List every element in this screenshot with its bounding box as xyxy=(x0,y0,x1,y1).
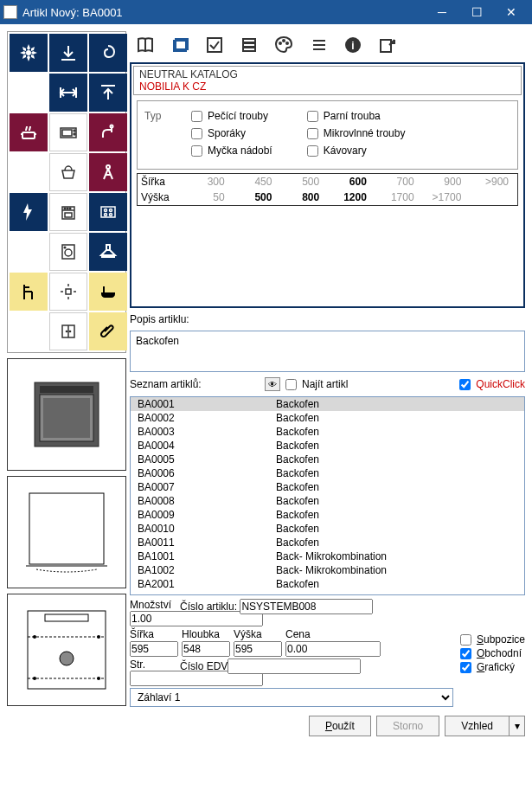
svg-rect-12 xyxy=(62,130,72,136)
type-checkbox[interactable] xyxy=(191,145,202,157)
maximize-button[interactable]: ☐ xyxy=(459,0,494,24)
info-icon[interactable]: i xyxy=(343,35,363,55)
cat-basket-icon[interactable] xyxy=(49,153,87,191)
type-checkbox[interactable] xyxy=(307,111,318,122)
stack-icon[interactable] xyxy=(239,35,260,55)
palette-icon[interactable] xyxy=(273,35,294,55)
dim-value[interactable]: 1200 xyxy=(324,191,372,203)
str-label: Str. xyxy=(130,658,145,671)
list-icon[interactable] xyxy=(308,35,329,55)
dim-value[interactable]: 900 xyxy=(420,176,467,188)
cat-down-arrow-icon[interactable] xyxy=(49,34,87,72)
edv-label: Číslo EDV xyxy=(180,660,228,672)
svg-point-65 xyxy=(97,677,100,680)
header-select[interactable]: Záhlaví 1 xyxy=(130,688,453,707)
catalog-sub: NOBILIA K CZ xyxy=(139,80,516,93)
cat-washer-icon[interactable] xyxy=(49,233,87,271)
footer-buttons: Použít Storno Vzhled ▾ xyxy=(130,710,525,736)
box-icon[interactable] xyxy=(170,35,190,55)
dim-value[interactable] xyxy=(466,191,514,203)
catalog-name: NEUTRAL KATALOG xyxy=(139,68,516,80)
check-icon[interactable] xyxy=(204,35,225,55)
list-item[interactable]: BA0007Backofen xyxy=(131,480,524,494)
use-button[interactable]: Použít xyxy=(309,716,371,736)
cat-light-icon[interactable] xyxy=(49,273,87,311)
list-item[interactable]: BA1001Back- Mikrokombination xyxy=(131,549,524,563)
list-item[interactable]: BA0003Backofen xyxy=(131,425,524,439)
price-input[interactable] xyxy=(285,641,381,657)
cat-bath-icon[interactable] xyxy=(89,273,127,311)
list-item[interactable]: BA0002Backofen xyxy=(131,411,524,425)
dim-value[interactable]: 450 xyxy=(230,176,278,188)
list-item[interactable]: BA0011Backofen xyxy=(131,536,524,549)
cat-hood-icon[interactable] xyxy=(89,233,127,271)
minimize-button[interactable]: ─ xyxy=(425,0,459,24)
find-article-checkbox[interactable] xyxy=(285,379,297,390)
cat-compass-icon[interactable] xyxy=(89,153,127,191)
list-item[interactable]: BA0004Backofen xyxy=(131,439,524,453)
cat-width-icon[interactable] xyxy=(49,74,87,112)
dim-value[interactable]: 700 xyxy=(372,176,420,188)
dim-value[interactable]: >1700 xyxy=(420,191,467,203)
close-button[interactable]: ✕ xyxy=(494,0,529,24)
cancel-button[interactable]: Storno xyxy=(376,716,439,736)
type-checkbox[interactable] xyxy=(307,145,318,157)
type-checkbox[interactable] xyxy=(191,111,202,122)
cat-spiral-icon[interactable] xyxy=(89,34,127,72)
svg-rect-26 xyxy=(65,213,72,217)
list-item[interactable]: BA0005Backofen xyxy=(131,453,524,466)
svg-point-74 xyxy=(283,40,285,42)
look-dropdown-button[interactable]: ▾ xyxy=(510,716,525,736)
dim-value[interactable]: 800 xyxy=(277,191,324,203)
list-item[interactable]: BA0010Backofen xyxy=(131,522,524,536)
cat-flower-icon[interactable] xyxy=(10,34,48,72)
cat-chair-icon[interactable] xyxy=(10,273,48,311)
type-checkbox[interactable] xyxy=(191,128,202,139)
quickclick-checkbox[interactable] xyxy=(459,379,471,390)
graphic-checkbox[interactable] xyxy=(460,662,471,673)
depth-input[interactable] xyxy=(182,641,230,657)
list-item[interactable]: BA0008Backofen xyxy=(131,494,524,508)
look-button[interactable]: Vzhled xyxy=(445,716,510,736)
cat-up-arrow-icon[interactable] xyxy=(89,74,127,112)
type-checkbox[interactable] xyxy=(307,128,318,139)
cat-clip-icon[interactable] xyxy=(89,312,127,350)
cat-faucet-icon[interactable] xyxy=(89,113,127,151)
category-grid xyxy=(7,31,126,353)
dim-value[interactable]: 500 xyxy=(230,191,278,203)
edv-input[interactable] xyxy=(228,658,361,674)
list-item[interactable]: BA0001Backofen xyxy=(131,397,524,411)
cat-stove-icon[interactable] xyxy=(49,193,87,231)
dim-value[interactable]: 1700 xyxy=(372,191,420,203)
export-icon[interactable] xyxy=(377,35,398,55)
artnum-input[interactable] xyxy=(240,599,373,614)
dim-value[interactable]: >900 xyxy=(466,176,514,188)
height-input[interactable] xyxy=(234,641,282,657)
list-item[interactable]: BA0009Backofen xyxy=(131,508,524,522)
svg-point-59 xyxy=(60,652,74,665)
binoculars-icon[interactable]: 👁 xyxy=(265,377,280,391)
list-item[interactable]: BA2001Backofen xyxy=(131,577,524,591)
preview-3d xyxy=(7,358,126,471)
cat-microwave-icon[interactable] xyxy=(49,113,87,151)
cat-pot-icon[interactable] xyxy=(10,113,48,151)
article-list[interactable]: BA0001BackofenBA0002BackofenBA0003Backof… xyxy=(130,396,525,595)
svg-point-64 xyxy=(33,677,36,680)
cat-cooktop-icon[interactable] xyxy=(89,193,127,231)
svg-point-17 xyxy=(106,165,110,169)
dim-value[interactable]: 500 xyxy=(277,176,324,188)
subposition-checkbox[interactable] xyxy=(460,634,471,646)
list-header: Seznam artiklů: 👁 Najít artikl QuickClic… xyxy=(130,376,525,393)
width-input[interactable] xyxy=(130,641,178,657)
list-item[interactable]: BA0006Backofen xyxy=(131,466,524,480)
cat-doors-icon[interactable] xyxy=(49,312,87,350)
dim-value[interactable]: 600 xyxy=(324,176,372,188)
dim-value[interactable]: 300 xyxy=(183,176,230,188)
book-icon[interactable] xyxy=(135,35,156,55)
dim-value[interactable]: 50 xyxy=(183,191,230,203)
cat-power-icon[interactable] xyxy=(10,193,48,231)
svg-point-31 xyxy=(110,214,112,216)
svg-rect-8 xyxy=(22,132,35,138)
list-item[interactable]: BA1002Back- Mikrokombination xyxy=(131,563,524,577)
trade-checkbox[interactable] xyxy=(460,648,471,659)
